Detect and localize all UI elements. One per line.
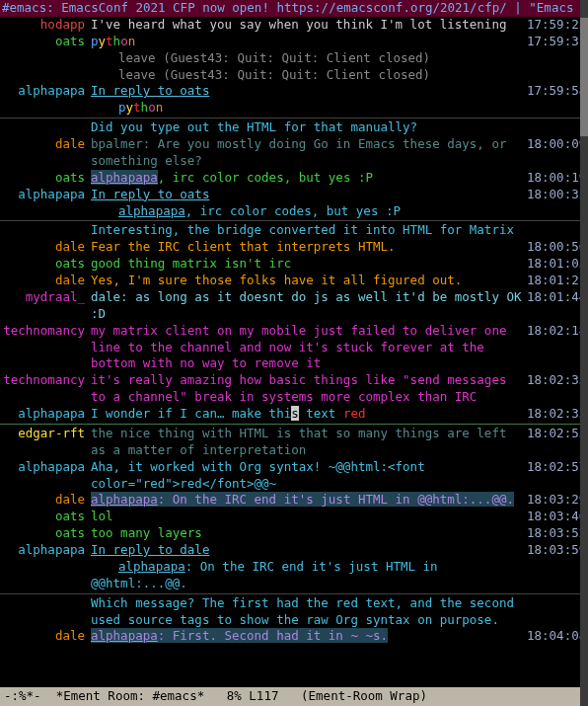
message-body: alphapapa: First. Second had it in ~ ~s.: [91, 628, 527, 645]
separator: [0, 593, 588, 594]
message-row: Did you type out the HTML for that manua…: [0, 119, 588, 136]
message-row: dalealphapapa: On the IRC end it's just …: [0, 492, 588, 509]
timestamp: 18:00:35: [527, 187, 586, 203]
message-body: Aha, it worked with Org syntax! ~@@html:…: [91, 459, 527, 493]
timestamp: 17:59:31: [527, 34, 586, 50]
message-body: python: [91, 34, 527, 50]
message-body: alphapapa, irc color codes, but yes :P: [91, 203, 527, 220]
message-row: dalebpalmer: Are you mostly doing Go in …: [0, 136, 588, 170]
message-row: technomancymy matrix client on my mobile…: [0, 323, 588, 373]
message-row: oatslol18:03:46: [0, 509, 588, 525]
message-body: leave (Guest43: Quit: Quit: Client close…: [91, 67, 527, 84]
nick: technomancy: [2, 323, 91, 340]
separator: [0, 424, 588, 425]
message-row: hodappI've heard what you say when you t…: [0, 17, 588, 34]
timestamp: 18:03:46: [527, 509, 586, 525]
message-row: mydraal_dale: as long as it doesnt do js…: [0, 289, 588, 323]
message-body: dale: as long as it doesnt do js as well…: [91, 289, 527, 323]
timestamp: 18:04:08: [527, 628, 586, 645]
timestamp: 18:03:52: [527, 525, 586, 542]
message-row: oatsgood thing matrix isn't irc18:01:05: [0, 256, 588, 273]
timestamp: 18:02:35: [527, 372, 586, 389]
nick: hodapp: [2, 17, 91, 34]
timestamp: 18:02:35: [527, 406, 586, 423]
timestamp: 18:01:44: [527, 289, 586, 306]
scrollbar-thumb[interactable]: [580, 18, 588, 136]
nick: alphapapa: [2, 406, 91, 423]
nick: oats: [2, 170, 91, 187]
message-row: daleYes, I'm sure those folks have it al…: [0, 273, 588, 289]
message-body: In reply to oats: [91, 187, 527, 203]
nick: technomancy: [2, 372, 91, 389]
message-body: good thing matrix isn't irc: [91, 256, 527, 273]
nick: oats: [2, 525, 91, 542]
message-row: alphapapaAha, it worked with Org syntax!…: [0, 459, 588, 493]
message-row: oatstoo many layers18:03:52: [0, 525, 588, 542]
message-row: alphapapa: On the IRC end it's just HTML…: [0, 559, 588, 592]
message-row: alphapapaI wonder if I can… make this te…: [0, 406, 588, 423]
message-row: Interesting, the bridge converted it int…: [0, 222, 588, 239]
timestamp: 18:02:57: [527, 459, 586, 476]
timestamp: 18:01:21: [527, 273, 586, 289]
nick: alphapapa: [2, 542, 91, 559]
nick: alphapapa: [2, 83, 91, 100]
nick: dale: [2, 239, 91, 256]
message-body: Fear the IRC client that interprets HTML…: [91, 239, 527, 256]
message-row: edgar-rftthe nice thing with HTML is tha…: [0, 426, 588, 459]
message-body: Did you type out the HTML for that manua…: [91, 119, 527, 136]
message-body: alphapapa, irc color codes, but yes :P: [91, 170, 527, 187]
message-row: python: [0, 100, 588, 117]
message-row: alphapapaIn reply to dale18:03:59: [0, 542, 588, 559]
timestamp: 17:59:58: [527, 83, 586, 100]
nick: oats: [2, 256, 91, 273]
message-body: Yes, I'm sure those folks have it all fi…: [91, 273, 527, 289]
message-body: lol: [91, 509, 527, 525]
message-row: Which message? The first had the red tex…: [0, 595, 588, 629]
nick: dale: [2, 273, 91, 289]
timestamp: 17:59:25: [527, 17, 586, 34]
message-row: technomancyit's really amazing how basic…: [0, 372, 588, 406]
timestamp: 18:00:09: [527, 136, 586, 153]
message-row: leave (Guest43: Quit: Quit: Client close…: [0, 67, 588, 84]
message-row: dalealphapapa: First. Second had it in ~…: [0, 628, 588, 645]
channel-topic: #emacs: EmacsConf 2021 CFP now open! htt…: [0, 0, 588, 17]
message-row: oatspython17:59:31: [0, 34, 588, 50]
message-body: Which message? The first had the red tex…: [91, 595, 527, 629]
nick: alphapapa: [2, 459, 91, 476]
timestamp: 18:00:50: [527, 239, 586, 256]
emacs-frame: { "topic": "#emacs: EmacsConf 2021 CFP n…: [0, 0, 588, 706]
timestamp: 18:00:19: [527, 170, 586, 187]
message-body: leave (Guest43: Quit: Quit: Client close…: [91, 50, 527, 67]
scrollbar-track[interactable]: [580, 0, 588, 706]
message-row: alphapapaIn reply to oats17:59:58: [0, 83, 588, 100]
separator: [0, 118, 588, 118]
nick: oats: [2, 509, 91, 525]
message-body: alphapapa: On the IRC end it's just HTML…: [91, 559, 527, 592]
message-body: I wonder if I can… make this text red: [91, 406, 527, 423]
message-row: oatsalphapapa, irc color codes, but yes …: [0, 170, 588, 187]
timestamp: 18:01:05: [527, 256, 586, 273]
message-body: my matrix client on my mobile just faile…: [91, 323, 527, 373]
nick: alphapapa: [2, 187, 91, 203]
message-list[interactable]: hodappI've heard what you say when you t…: [0, 17, 588, 645]
message-body: python: [91, 100, 527, 117]
message-body: I've heard what you say when you think I…: [91, 17, 527, 34]
separator: [0, 220, 588, 221]
message-row: alphapapa, irc color codes, but yes :P: [0, 203, 588, 220]
message-row: alphapapaIn reply to oats18:00:35: [0, 187, 588, 203]
message-body: the nice thing with HTML is that so many…: [91, 426, 527, 459]
message-row: daleFear the IRC client that interprets …: [0, 239, 588, 256]
message-body: In reply to oats: [91, 83, 527, 100]
message-body: alphapapa: On the IRC end it's just HTML…: [91, 492, 527, 509]
nick: edgar-rft: [2, 426, 91, 442]
nick: dale: [2, 136, 91, 153]
message-body: Interesting, the bridge converted it int…: [91, 222, 527, 239]
message-body: bpalmer: Are you mostly doing Go in Emac…: [91, 136, 527, 170]
message-body: too many layers: [91, 525, 527, 542]
timestamp: 18:02:55: [527, 426, 586, 442]
nick: mydraal_: [2, 289, 91, 306]
message-body: In reply to dale: [91, 542, 527, 559]
message-row: leave (Guest43: Quit: Quit: Client close…: [0, 50, 588, 67]
mode-line: -:%*- *Ement Room: #emacs* 8% L117 (Emen…: [0, 687, 580, 706]
nick: oats: [2, 34, 91, 50]
